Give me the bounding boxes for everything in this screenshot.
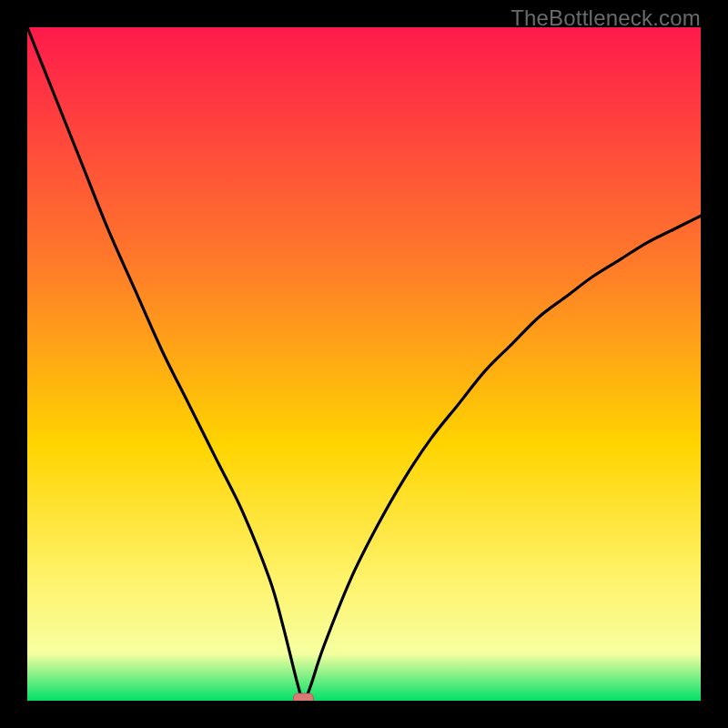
gradient-background <box>27 27 701 701</box>
minimum-marker <box>293 693 313 701</box>
chart-frame <box>27 27 701 701</box>
bottleneck-chart <box>27 27 701 701</box>
